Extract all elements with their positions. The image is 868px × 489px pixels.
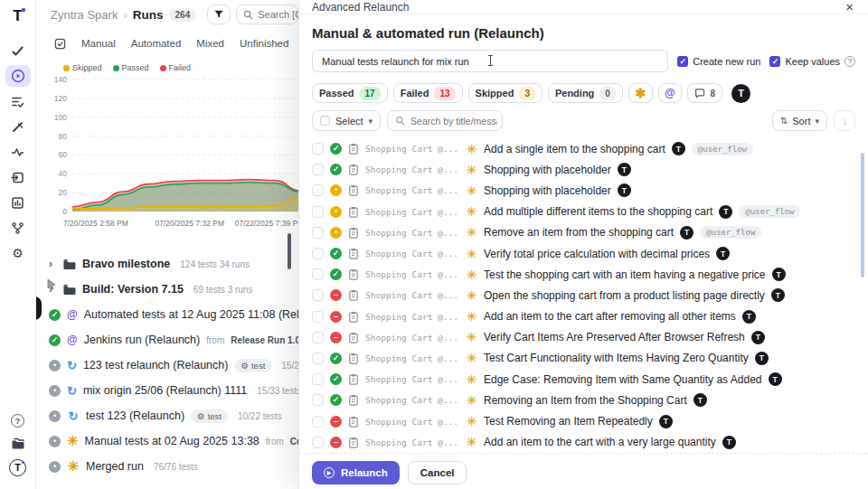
test-row[interactable]: ✓ Shopping Cart @... ✳ Test the shopping…	[312, 264, 855, 285]
sidebar-item-runs[interactable]	[5, 65, 31, 87]
sidebar-item-reports[interactable]	[5, 192, 31, 213]
test-row[interactable]: ✓ Shopping Cart @... ✳ Shopping with pla…	[312, 159, 855, 180]
row-checkbox[interactable]	[312, 227, 324, 239]
filter-button[interactable]	[207, 5, 231, 24]
sidebar-item-tests[interactable]	[5, 40, 31, 61]
row-checkbox[interactable]	[312, 353, 324, 364]
test-row[interactable]: ✓ Shopping Cart @... ✳ Removing an Item …	[312, 390, 855, 410]
test-row[interactable]: – Shopping Cart @... ✳ Add an item to th…	[312, 306, 855, 327]
test-row[interactable]: ✓ Shopping Cart @... ✳ Add a single item…	[312, 138, 855, 159]
status-passed-icon: ✓	[49, 334, 61, 346]
row-checkbox[interactable]	[312, 289, 324, 301]
filter-chip-failed[interactable]: Failed 13	[393, 83, 463, 103]
create-new-run-option[interactable]: ✓ Create new run	[677, 56, 760, 67]
sidebar-item-suites[interactable]	[5, 90, 31, 112]
status-skipped-icon: •	[330, 206, 342, 218]
run-list-item[interactable]: •↻mix origin 25/06 (Relaunch) 111115/33 …	[49, 378, 298, 403]
test-row[interactable]: – Shopping Cart @... ✳ Add an item to th…	[312, 432, 855, 453]
manual-test-icon: ✳	[466, 208, 477, 215]
test-row[interactable]: • Shopping Cart @... ✳ Remove an item fr…	[312, 222, 855, 243]
svg-text:0: 0	[62, 207, 67, 216]
tests-scrollbar[interactable]	[861, 153, 864, 277]
tests-search[interactable]	[387, 110, 503, 131]
row-checkbox[interactable]	[312, 416, 324, 428]
test-row[interactable]: ✓ Shopping Cart @... ✳ Edge Case: Removi…	[312, 369, 855, 390]
run-list-item[interactable]: ✓@Automated tests at 12 Aug 2025 11:08 (…	[49, 302, 298, 327]
svg-text:60: 60	[59, 150, 68, 159]
assignee-avatar: T	[742, 310, 756, 324]
test-row[interactable]: ✓ Shopping Cart @... ✳ Verify total pric…	[312, 243, 855, 264]
automated-filter-chip[interactable]: @	[658, 83, 682, 103]
run-list-item[interactable]: •✳Merged run76/76 tests	[49, 454, 298, 479]
run-list-item[interactable]: ›Bravo milestone124 tests 34 runs	[49, 251, 298, 277]
relaunch-button[interactable]: ▶ Relaunch	[312, 461, 400, 484]
filter-chip-pending[interactable]: Pending 0	[548, 83, 623, 103]
row-checkbox[interactable]	[312, 394, 324, 406]
assignee-filter-avatar[interactable]: T	[731, 84, 750, 103]
runs-search-input[interactable]	[258, 9, 298, 20]
filter-chip-skipped[interactable]: Skipped 3	[468, 83, 542, 103]
run-list-item[interactable]: •✳Manual tests at 02 Aug 2025 13:38fromC…	[49, 428, 298, 454]
row-checkbox[interactable]	[312, 311, 324, 323]
sidebar-item-projects[interactable]	[5, 433, 31, 455]
run-list-item[interactable]: •↻123 test relaunch (Relaunch)⚙test15/23…	[49, 353, 298, 378]
suite-label: Shopping Cart @...	[365, 228, 459, 238]
row-checkbox[interactable]	[312, 164, 324, 175]
row-checkbox[interactable]	[312, 268, 324, 280]
test-row[interactable]: • Shopping Cart @... ✳ Shopping with pla…	[312, 180, 855, 201]
row-checkbox[interactable]	[312, 184, 324, 196]
row-checkbox[interactable]	[312, 332, 324, 343]
scroll-down-button[interactable]: ↓	[834, 110, 855, 131]
run-list-item[interactable]: ✓@Jenkins run (Relaunch)fromRelease Run …	[49, 327, 298, 353]
folder-title: Build: Version 7.15	[82, 283, 184, 296]
test-row[interactable]: – Shopping Cart @... ✳ Test Removing an …	[312, 410, 855, 431]
sidebar-item-settings[interactable]: ⚙	[5, 242, 31, 264]
sidebar: T ⚙ ?	[0, 0, 36, 489]
sidebar-item-help[interactable]: ?	[5, 409, 31, 431]
sidebar-item-account[interactable]: T	[5, 456, 31, 478]
clipboard-icon	[348, 416, 359, 428]
run-list-item[interactable]: •↻test 123 (Relaunch)⚙test10/22 tests	[49, 403, 298, 428]
sidebar-item-analytics[interactable]	[5, 141, 31, 163]
app-logo[interactable]: T	[13, 7, 22, 25]
app: T ⚙ ?	[0, 0, 868, 489]
row-checkbox[interactable]	[312, 248, 324, 259]
chevron-right-icon[interactable]: ›	[49, 258, 56, 270]
sidebar-item-import[interactable]	[5, 166, 31, 188]
runs-search[interactable]: ×	[236, 5, 298, 24]
batch-edit-icon[interactable]	[54, 38, 66, 50]
test-row[interactable]: • Shopping Cart @... ✳ Add multiple diff…	[312, 202, 855, 222]
test-title: Add multiple different items to the shop…	[484, 205, 712, 218]
select-dropdown[interactable]: Select ▾	[312, 110, 381, 131]
tests-search-input[interactable]	[410, 116, 497, 127]
test-title: Removing an Item from the Shopping Cart	[484, 394, 687, 407]
left-panel-scrollbar[interactable]	[288, 233, 291, 269]
filter-chip-passed[interactable]: Passed 17	[312, 83, 388, 103]
tab-unfinished[interactable]: Unfinished	[240, 38, 288, 49]
tab-manual[interactable]: Manual	[81, 38, 116, 49]
run-list-item[interactable]: ›Build: Version 7.1569 tests 3 runs	[49, 277, 298, 302]
manual-filter-chip[interactable]: ✱	[628, 83, 653, 103]
sort-button[interactable]: ⇅ Sort ▾	[772, 110, 827, 131]
sidebar-item-branches[interactable]	[5, 217, 31, 239]
checkbox-empty-icon	[320, 116, 330, 126]
run-tag: ⚙test	[191, 409, 228, 423]
sidebar-item-wand[interactable]	[5, 116, 31, 137]
test-row[interactable]: – Shopping Cart @... ✳ Verify Cart Items…	[312, 327, 855, 348]
breadcrumb-project[interactable]: Zyntra Spark	[51, 8, 118, 22]
status-failed-icon: –	[330, 332, 342, 343]
close-icon[interactable]: ×	[845, 0, 854, 14]
keep-values-option[interactable]: ✓ Keep values ?	[769, 56, 855, 67]
row-checkbox[interactable]	[312, 437, 324, 448]
row-checkbox[interactable]	[312, 373, 324, 385]
row-checkbox[interactable]	[312, 143, 324, 155]
comments-filter-chip[interactable]: 8	[687, 83, 723, 103]
tab-mixed[interactable]: Mixed	[196, 38, 224, 49]
tab-automated[interactable]: Automated	[131, 38, 182, 49]
row-checkbox[interactable]	[312, 206, 324, 218]
cancel-button[interactable]: Cancel	[408, 461, 467, 484]
mouse-cursor	[47, 278, 57, 290]
test-row[interactable]: – Shopping Cart @... ✳ Open the shopping…	[312, 285, 855, 306]
test-row[interactable]: ✓ Shopping Cart @... ✳ Test Cart Functio…	[312, 348, 855, 369]
test-title: Add an item to the cart after removing a…	[484, 310, 736, 323]
